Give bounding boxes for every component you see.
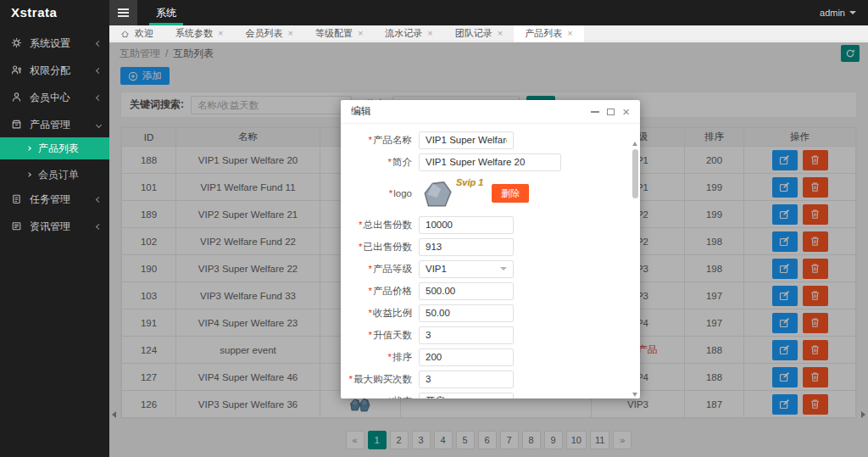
field-input[interactable] xyxy=(419,238,514,256)
logo-preview-image xyxy=(419,176,458,210)
sidebar-item[interactable]: 资讯管理 xyxy=(0,217,109,236)
field-label: *产品价格 xyxy=(341,285,419,298)
tab-close-icon[interactable]: × xyxy=(427,29,432,38)
tab-item[interactable]: 流水记录× xyxy=(374,25,443,42)
form-row: *排序 xyxy=(341,348,626,365)
field-input[interactable] xyxy=(419,282,514,300)
form-row: *产品价格 xyxy=(341,282,626,299)
form-row: *简介 xyxy=(341,153,626,170)
chevron-down-icon xyxy=(96,121,102,127)
field-input[interactable] xyxy=(419,371,514,388)
chevron-right-icon xyxy=(26,146,31,151)
topnav-item-system[interactable]: 系统 xyxy=(137,0,195,25)
maximize-icon[interactable] xyxy=(607,109,615,115)
tab-label: 产品列表 xyxy=(525,27,562,40)
sidebar-item[interactable]: 权限分配 xyxy=(0,61,109,80)
chevron-left-icon xyxy=(96,67,102,73)
field-input[interactable] xyxy=(419,131,514,149)
field-label-text: 排序 xyxy=(392,352,412,362)
tab-label: 团队记录 xyxy=(455,27,492,40)
tab-close-icon[interactable]: × xyxy=(218,29,223,38)
field-label: *升值天数 xyxy=(341,329,419,342)
field-label: *状态 xyxy=(341,395,419,399)
field-label: *排序 xyxy=(341,351,419,364)
select-value: 开启 xyxy=(426,395,445,399)
username-label: admin xyxy=(820,8,845,18)
minimize-icon[interactable] xyxy=(591,111,599,113)
field-label-text: 升值天数 xyxy=(373,330,412,340)
scroll-up-arrow-icon xyxy=(632,142,637,146)
sidebar-item-label: 权限分配 xyxy=(30,64,97,78)
field-input[interactable] xyxy=(419,326,514,344)
tab-item[interactable]: 团队记录× xyxy=(444,25,514,42)
edit-modal-body: *产品名称*简介*logoSvip 1删除*总出售份数*已出售份数*产品等级VI… xyxy=(341,124,640,398)
tab-close-icon[interactable]: × xyxy=(287,29,292,38)
sidebar-submenu: 产品列表会员订单 xyxy=(0,137,109,185)
form-row: *产品等级VIP1 xyxy=(341,260,626,277)
chevron-left-icon xyxy=(96,223,102,229)
tab-close-icon[interactable]: × xyxy=(358,29,363,38)
scrollbar-thumb[interactable] xyxy=(632,149,638,198)
field-label: *产品名称 xyxy=(341,134,419,147)
close-icon[interactable]: × xyxy=(622,105,630,118)
product-icon xyxy=(11,119,23,131)
sidebar-subitem[interactable]: 会员订单 xyxy=(0,164,109,185)
task-icon xyxy=(11,193,23,205)
required-marker: * xyxy=(389,188,392,198)
permission-icon xyxy=(11,64,23,76)
field-select[interactable]: VIP1 xyxy=(419,260,514,278)
tab-active[interactable]: 产品列表× xyxy=(514,25,583,42)
sidebar-nav: 系统设置权限分配会员中心产品管理产品列表会员订单任务管理资讯管理 xyxy=(0,25,109,236)
home-icon xyxy=(120,30,130,38)
field-label: *简介 xyxy=(341,156,419,169)
user-menu[interactable]: admin xyxy=(808,0,868,25)
form-row: *升值天数 xyxy=(341,326,626,343)
field-input[interactable] xyxy=(419,153,561,171)
tab-close-icon[interactable]: × xyxy=(498,29,503,38)
menu-toggle-button[interactable] xyxy=(109,0,137,25)
tab-close-icon[interactable]: × xyxy=(567,29,572,38)
required-marker: * xyxy=(369,286,372,296)
tab-item[interactable]: 系统参数× xyxy=(164,25,234,42)
chevron-left-icon xyxy=(96,196,102,202)
scroll-down-arrow-icon xyxy=(632,393,637,397)
modal-scrollbar[interactable] xyxy=(632,149,639,396)
delete-logo-button[interactable]: 删除 xyxy=(492,184,529,203)
edit-modal-title: 编辑 xyxy=(351,104,371,119)
field-label-text: 已出售份数 xyxy=(364,242,413,252)
sidebar-item[interactable]: 产品管理 xyxy=(0,115,109,134)
sidebar-item[interactable]: 系统设置 xyxy=(0,34,109,53)
field-label: *最大购买次数 xyxy=(341,373,419,386)
tab-item[interactable]: 等级配置× xyxy=(304,25,374,42)
field-input[interactable] xyxy=(419,216,514,234)
tab-label: 欢迎 xyxy=(135,27,153,40)
sidebar-item[interactable]: 任务管理 xyxy=(0,190,109,209)
edit-modal-header[interactable]: 编辑 × xyxy=(341,100,640,124)
app-logo: Xstrata xyxy=(0,0,109,25)
sidebar: Xstrata 系统设置权限分配会员中心产品管理产品列表会员订单任务管理资讯管理 xyxy=(0,0,109,457)
field-select[interactable]: 开启 xyxy=(419,393,514,399)
tab-item[interactable]: 欢迎 xyxy=(109,25,164,42)
field-label-text: 总出售份数 xyxy=(364,220,413,230)
form-row: *收益比例 xyxy=(341,304,626,321)
required-marker: * xyxy=(369,308,372,318)
sidebar-item-label: 任务管理 xyxy=(30,192,97,207)
field-label: *收益比例 xyxy=(341,307,419,320)
caret-down-icon xyxy=(849,11,856,14)
field-input[interactable] xyxy=(419,304,514,322)
field-label-text: logo xyxy=(393,188,412,198)
sidebar-item-label: 资讯管理 xyxy=(30,220,97,234)
field-label-text: 状态 xyxy=(392,396,412,399)
sidebar-item[interactable]: 会员中心 xyxy=(0,88,109,107)
required-marker: * xyxy=(349,374,353,384)
field-label: *logo xyxy=(341,188,419,198)
sidebar-subitem-label: 会员订单 xyxy=(38,168,79,182)
field-input[interactable] xyxy=(419,348,514,366)
chevron-left-icon xyxy=(96,40,102,46)
sidebar-subitem[interactable]: 产品列表 xyxy=(0,137,109,159)
field-label-text: 最大购买次数 xyxy=(353,374,412,384)
select-value: VIP1 xyxy=(426,264,447,274)
sidebar-subitem-label: 产品列表 xyxy=(38,142,79,156)
tab-item[interactable]: 会员列表× xyxy=(234,25,303,42)
tab-label: 流水记录 xyxy=(385,27,422,40)
